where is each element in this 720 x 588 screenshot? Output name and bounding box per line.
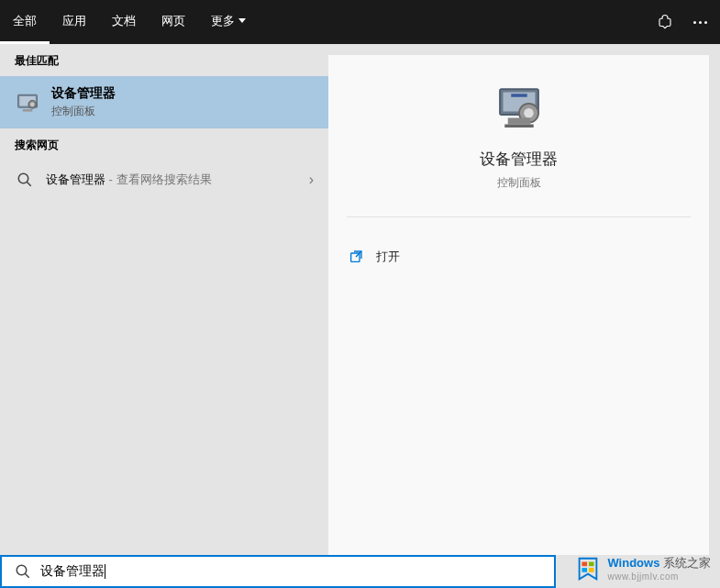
result-title: 设备管理器 (51, 85, 314, 102)
preview-device-manager-icon (493, 83, 545, 134)
tab-label: 更多 (211, 13, 235, 29)
web-suffix: - 查看网络搜索结果 (105, 172, 212, 186)
search-web-header: 搜索网页 (0, 128, 328, 161)
tab-label: 应用 (62, 13, 86, 29)
svg-rect-13 (504, 125, 534, 128)
svg-rect-9 (511, 94, 527, 97)
search-icon (17, 172, 33, 188)
chevron-right-icon: › (309, 172, 314, 188)
search-bar[interactable]: 设备管理器 (0, 555, 556, 588)
tab-label: 文档 (112, 13, 136, 29)
tab-more[interactable]: 更多 (198, 0, 259, 44)
preview-panel: 设备管理器 控制面板 打开 (328, 55, 709, 555)
svg-rect-19 (589, 562, 594, 567)
svg-rect-12 (507, 118, 530, 125)
preview-content: 设备管理器 控制面板 (328, 55, 709, 236)
header-actions (656, 13, 709, 31)
feedback-icon[interactable] (656, 13, 674, 31)
results-panel: 最佳匹配 设备管理器 控制面板 搜索网页 设备管理器 - 查看网络搜索结果 › (0, 44, 328, 555)
tab-label: 全部 (13, 13, 37, 29)
result-text: 设备管理器 控制面板 (51, 85, 314, 119)
svg-point-11 (524, 108, 534, 118)
header-tabs: 全部 应用 文档 网页 更多 (0, 0, 259, 44)
main-body: 最佳匹配 设备管理器 控制面板 搜索网页 设备管理器 - 查看网络搜索结果 › … (0, 44, 720, 555)
svg-rect-20 (582, 568, 588, 572)
open-action[interactable]: 打开 (349, 249, 689, 265)
result-subtitle: 控制面板 (51, 104, 314, 119)
divider (347, 216, 691, 217)
tab-all[interactable]: 全部 (0, 0, 50, 44)
device-manager-icon (15, 90, 40, 116)
svg-rect-18 (582, 562, 588, 567)
tab-documents[interactable]: 文档 (99, 0, 149, 44)
watermark-brand: Windows 系统之家 (607, 555, 711, 571)
windows-logo-icon (574, 555, 602, 582)
tab-label: 网页 (161, 13, 185, 29)
svg-line-6 (27, 182, 31, 186)
web-result-text: 设备管理器 - 查看网络搜索结果 (46, 172, 309, 188)
best-match-header: 最佳匹配 (0, 44, 328, 76)
best-match-item[interactable]: 设备管理器 控制面板 (0, 76, 328, 128)
watermark: Windows 系统之家 www.bjjmlv.com (574, 555, 711, 582)
chevron-down-icon (238, 18, 246, 23)
tab-web[interactable]: 网页 (149, 0, 198, 44)
tab-apps[interactable]: 应用 (50, 0, 99, 44)
watermark-url: www.bjjmlv.com (607, 571, 711, 582)
preview-actions: 打开 (328, 236, 709, 278)
svg-rect-4 (23, 109, 33, 112)
more-options-icon[interactable] (691, 13, 709, 31)
open-icon (349, 250, 363, 264)
preview-title: 设备管理器 (480, 149, 558, 170)
web-query: 设备管理器 (46, 172, 105, 186)
preview-subtitle: 控制面板 (497, 175, 541, 191)
open-label: 打开 (376, 249, 400, 265)
svg-point-5 (18, 173, 28, 183)
svg-point-3 (30, 102, 34, 105)
svg-rect-21 (589, 568, 594, 572)
web-search-item[interactable]: 设备管理器 - 查看网络搜索结果 › (0, 161, 328, 199)
header-bar: 全部 应用 文档 网页 更多 (0, 0, 720, 44)
